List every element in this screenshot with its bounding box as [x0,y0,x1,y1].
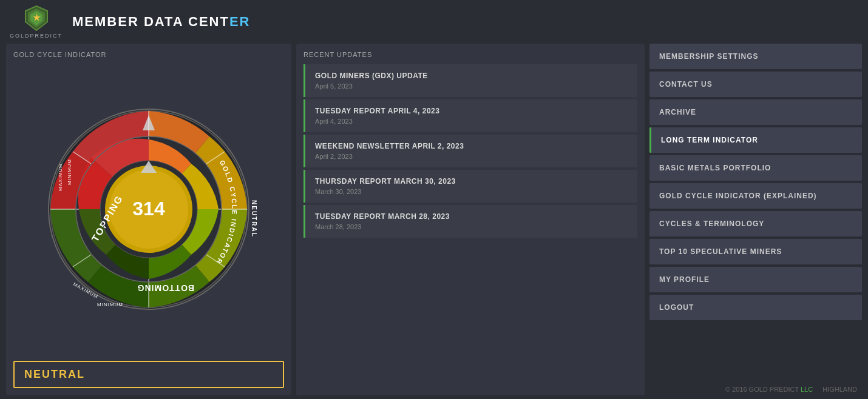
gauge-svg: 314 TOPPING BOTTOMING GOLD CYCLE INDICAT… [36,97,261,321]
main-layout: GOLD CYCLE INDICATOR [0,44,868,399]
footer: © 2016 GOLD PREDICT LLC HIGHLAND [649,383,862,395]
nav-button-membership-settings[interactable]: MEMBERSHIP SETTINGS [649,44,862,69]
update-item[interactable]: TUESDAY REPORT APRIL 4, 2023 April 4, 20… [303,99,637,132]
nav-button-basic-metals-portfolio[interactable]: BASIC METALS PORTFOLIO [649,155,862,181]
update-item[interactable]: GOLD MINERS (GDX) UPDATE April 5, 2023 [303,64,637,97]
update-item-date: April 2, 2023 [315,153,630,160]
update-item-title: TUESDAY REPORT APRIL 4, 2023 [315,107,630,115]
update-item-title: GOLD MINERS (GDX) UPDATE [315,72,630,80]
right-panel: MEMBERSHIP SETTINGSCONTACT USARCHIVELONG… [649,44,862,395]
update-item-title: TUESDAY REPORT MARCH 28, 2023 [315,212,630,221]
svg-text:MAXIMUM: MAXIMUM [58,163,63,191]
nav-button-logout[interactable]: LOGOUT [649,295,862,320]
svg-text:NEUTRAL: NEUTRAL [251,200,257,238]
update-item-title: THURSDAY REPORT MARCH 30, 2023 [315,177,630,186]
nav-button-contact-us[interactable]: CONTACT US [649,72,862,97]
nav-button-cycles--terminology[interactable]: CYCLES & TERMINOLOGY [649,211,862,236]
update-item[interactable]: THURSDAY REPORT MARCH 30, 2023 March 30,… [303,170,637,203]
logo-shield: ★ [23,5,50,32]
svg-text:BOTTOMING: BOTTOMING [137,283,194,293]
update-list: GOLD MINERS (GDX) UPDATE April 5, 2023 T… [303,64,637,240]
svg-text:314: 314 [132,198,165,220]
svg-text:MINIMUM: MINIMUM [67,159,72,185]
header: ★ GOLDPREDICT MEMBER DATA CENTER [0,0,868,44]
update-item[interactable]: TUESDAY REPORT MARCH 28, 2023 March 28, … [303,205,637,238]
status-label: NEUTRAL [24,368,85,380]
update-item-date: April 4, 2023 [315,118,630,125]
svg-text:★: ★ [32,13,40,22]
nav-button-long-term-indicator[interactable]: LONG TERM INDICATOR [649,127,862,153]
nav-button-my-profile[interactable]: MY PROFILE [649,267,862,292]
gauge-container: 314 TOPPING BOTTOMING GOLD CYCLE INDICAT… [13,63,284,355]
update-item[interactable]: WEEKEND NEWSLETTER APRIL 2, 2023 April 2… [303,135,637,167]
nav-button-top-10-speculative-miners[interactable]: TOP 10 SPECULATIVE MINERS [649,239,862,264]
update-item-date: April 5, 2023 [315,82,630,90]
left-panel: GOLD CYCLE INDICATOR [6,44,291,395]
left-panel-title: GOLD CYCLE INDICATOR [13,51,284,58]
update-item-date: March 28, 2023 [315,223,630,230]
status-bar: NEUTRAL [13,361,284,388]
footer-theme: HIGHLAND [822,386,857,393]
nav-button-gold-cycle-indicator-explained[interactable]: GOLD CYCLE INDICATOR (EXPLAINED) [649,183,862,209]
update-item-date: March 30, 2023 [315,188,630,195]
logo: ★ GOLDPREDICT [10,5,63,39]
recent-updates-title: RECENT UPDATES [303,51,637,58]
footer-copyright: © 2016 GOLD PREDICT LLC [725,386,813,393]
logo-text: GOLDPREDICT [10,33,63,39]
update-item-title: WEEKEND NEWSLETTER APRIL 2, 2023 [315,142,630,150]
middle-panel: RECENT UPDATES GOLD MINERS (GDX) UPDATE … [296,44,645,395]
page-title: MEMBER DATA CENTER [72,14,250,30]
nav-button-archive[interactable]: ARCHIVE [649,99,862,125]
svg-text:MINIMUM: MINIMUM [97,302,123,307]
